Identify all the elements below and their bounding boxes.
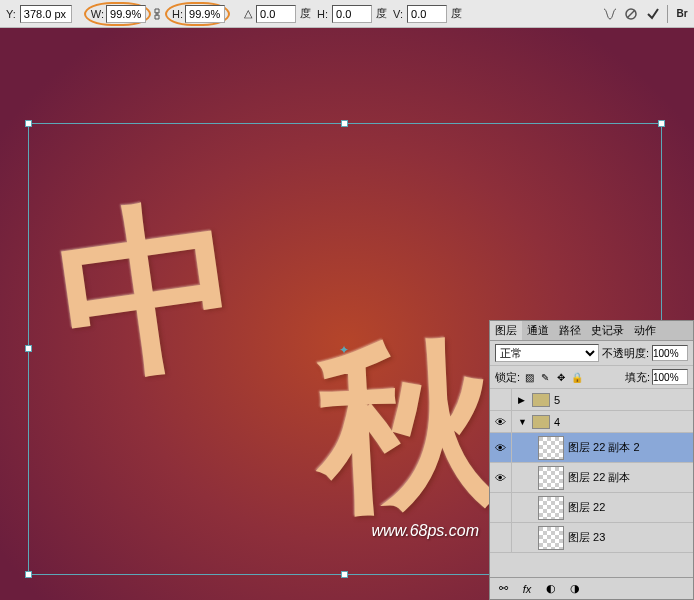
visibility-toggle[interactable]: 👁 — [490, 433, 512, 462]
visibility-toggle[interactable]: 👁 — [490, 463, 512, 492]
transform-handle-tm[interactable] — [341, 120, 348, 127]
tab-paths[interactable]: 路径 — [554, 321, 586, 340]
group-name[interactable]: 4 — [554, 416, 560, 428]
transform-handle-tl[interactable] — [25, 120, 32, 127]
warp-icon[interactable] — [601, 6, 617, 22]
layers-panel: 图层 通道 路径 史记录 动作 正常 不透明度: 锁定: ▨ ✎ ✥ 🔒 填充:… — [489, 320, 694, 600]
eye-icon: 👁 — [495, 472, 506, 484]
visibility-toggle[interactable] — [490, 493, 512, 522]
visibility-toggle[interactable] — [490, 389, 512, 410]
tab-layers[interactable]: 图层 — [490, 321, 522, 340]
hskew-unit: 度 — [374, 6, 389, 21]
w-label: W: — [89, 8, 106, 20]
layer-row[interactable]: 图层 23 — [490, 523, 693, 553]
angle-label: △ — [242, 7, 254, 20]
visibility-toggle[interactable]: 👁 — [490, 411, 512, 432]
layer-thumbnail[interactable] — [538, 466, 564, 490]
layer-group-4[interactable]: 👁 ▼ 4 — [490, 411, 693, 433]
width-highlight: W: — [84, 2, 151, 26]
eye-icon: 👁 — [495, 416, 506, 428]
layer-row[interactable]: 👁 图层 22 副本 — [490, 463, 693, 493]
fill-label: 填充: — [625, 370, 650, 385]
folder-icon — [532, 415, 550, 429]
commit-icon[interactable] — [645, 6, 661, 22]
svg-line-1 — [627, 10, 635, 18]
vskew-unit: 度 — [449, 6, 464, 21]
width-input[interactable] — [106, 5, 146, 23]
layer-row[interactable]: 图层 22 — [490, 493, 693, 523]
vskew-input[interactable] — [407, 5, 447, 23]
y-label: Y: — [4, 8, 18, 20]
height-input[interactable] — [185, 5, 225, 23]
bridge-icon[interactable]: Br — [674, 6, 690, 22]
lock-pixels-icon[interactable]: ✎ — [538, 370, 552, 384]
layer-thumbnail[interactable] — [538, 496, 564, 520]
fill-input[interactable] — [652, 369, 688, 385]
layer-row[interactable]: 👁 图层 22 副本 2 — [490, 433, 693, 463]
lock-transparency-icon[interactable]: ▨ — [522, 370, 536, 384]
lock-all-icon[interactable]: 🔒 — [570, 370, 584, 384]
transform-handle-tr[interactable] — [658, 120, 665, 127]
layer-thumbnail[interactable] — [538, 526, 564, 550]
layer-name[interactable]: 图层 22 副本 — [568, 470, 630, 485]
layer-group-5[interactable]: ▶ 5 — [490, 389, 693, 411]
layer-name[interactable]: 图层 23 — [568, 530, 605, 545]
adjustment-layer-icon[interactable]: ◑ — [568, 582, 582, 596]
panel-tabs: 图层 通道 路径 史记录 动作 — [490, 321, 693, 341]
visibility-toggle[interactable] — [490, 523, 512, 552]
transform-center-icon[interactable]: ✦ — [339, 343, 351, 355]
blend-mode-select[interactable]: 正常 — [495, 344, 599, 362]
h-label: H: — [170, 8, 185, 20]
hskew-label: H: — [315, 8, 330, 20]
transform-handle-ml[interactable] — [25, 345, 32, 352]
layer-style-icon[interactable]: fx — [520, 582, 534, 596]
opacity-input[interactable] — [652, 345, 688, 361]
opacity-label: 不透明度: — [602, 346, 649, 361]
layer-thumbnail[interactable] — [538, 436, 564, 460]
layer-mask-icon[interactable]: ◐ — [544, 582, 558, 596]
layers-list: ▶ 5 👁 ▼ 4 👁 图层 22 副本 2 👁 图层 22 副本 — [490, 389, 693, 553]
blend-opacity-row: 正常 不透明度: — [490, 341, 693, 366]
eye-icon: 👁 — [495, 442, 506, 454]
tab-history[interactable]: 史记录 — [586, 321, 629, 340]
angle-input[interactable] — [256, 5, 296, 23]
lock-position-icon[interactable]: ✥ — [554, 370, 568, 384]
tab-actions[interactable]: 动作 — [629, 321, 661, 340]
folder-icon — [532, 393, 550, 407]
tab-channels[interactable]: 通道 — [522, 321, 554, 340]
cancel-icon[interactable] — [623, 6, 639, 22]
folder-expand-icon[interactable]: ▼ — [518, 417, 528, 427]
angle-unit: 度 — [298, 6, 313, 21]
y-input[interactable] — [20, 5, 72, 23]
transform-handle-bl[interactable] — [25, 571, 32, 578]
options-right-group: Br — [601, 5, 690, 23]
height-highlight: H: — [165, 2, 230, 26]
link-layers-icon[interactable]: ⚯ — [496, 582, 510, 596]
link-icon[interactable] — [153, 7, 163, 21]
lock-row: 锁定: ▨ ✎ ✥ 🔒 填充: — [490, 366, 693, 389]
layer-name[interactable]: 图层 22 — [568, 500, 605, 515]
hskew-input[interactable] — [332, 5, 372, 23]
vskew-label: V: — [391, 8, 405, 20]
folder-collapse-icon[interactable]: ▶ — [518, 395, 528, 405]
group-name[interactable]: 5 — [554, 394, 560, 406]
layers-panel-footer: ⚯ fx ◐ ◑ — [490, 577, 693, 599]
transform-options-bar: Y: W: H: △ 度 H: 度 V: 度 Br — [0, 0, 694, 28]
transform-handle-bm[interactable] — [341, 571, 348, 578]
layer-name[interactable]: 图层 22 副本 2 — [568, 440, 640, 455]
lock-label: 锁定: — [495, 370, 520, 385]
